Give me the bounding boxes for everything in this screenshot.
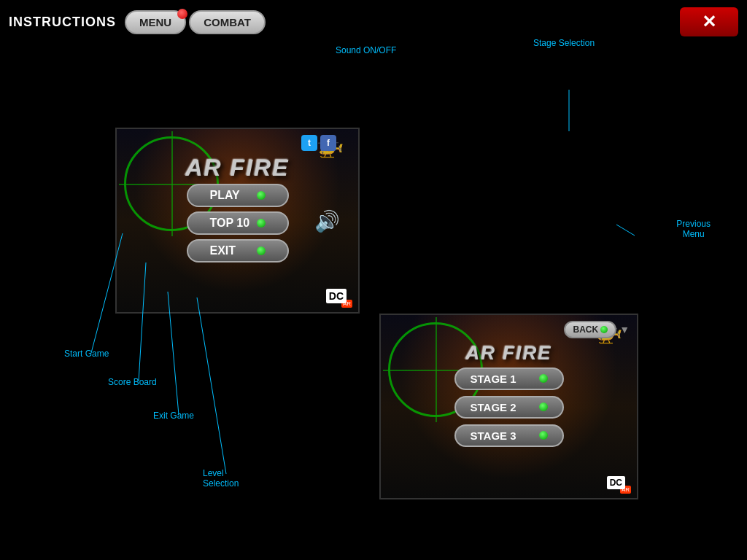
- sound-icon[interactable]: 🔊: [314, 209, 340, 233]
- twitter-icon[interactable]: t: [301, 135, 317, 151]
- level-selection-annotation: LevelSelection: [203, 468, 239, 489]
- ar-fire-title-2: AR FIRE: [466, 342, 552, 365]
- exit-button[interactable]: EXIT: [187, 239, 289, 262]
- top10-button[interactable]: TOP 10: [187, 211, 289, 235]
- score-board-annotation: Score Board: [108, 377, 157, 387]
- stage3-button[interactable]: STAGE 3: [454, 424, 564, 447]
- facebook-icon[interactable]: f: [320, 135, 336, 151]
- sound-onoff-label: Sound ON/OFF: [336, 45, 396, 55]
- stage1-dot: [539, 374, 548, 383]
- previous-menu-annotation: PreviousMenu: [676, 219, 711, 239]
- stage-selection-screen: 🚁 AR FIRE BACK ▼ STAGE 1 STAGE 2 STAGE 3…: [379, 314, 638, 499]
- start-game-annotation: Start Game: [64, 349, 109, 359]
- play-dot: [257, 191, 266, 200]
- back-button-stage[interactable]: BACK: [564, 321, 616, 338]
- dc-logo-2: DC: [607, 476, 625, 489]
- exit-dot: [257, 246, 266, 255]
- stage3-dot: [539, 431, 548, 440]
- stage2-dot: [539, 402, 548, 411]
- instructions-label: INSTRUCTIONS: [9, 15, 116, 30]
- menu-dot: [177, 9, 187, 19]
- stage-selection-label: Stage Selection: [533, 38, 595, 48]
- stage1-button[interactable]: STAGE 1: [454, 368, 564, 390]
- stage2-button[interactable]: STAGE 2: [454, 396, 564, 419]
- main-menu-screen: t f 🚁 AR FIRE 🔊 PLAY TOP 10 EXIT DC AR: [115, 128, 360, 314]
- menu-button[interactable]: MENU: [125, 10, 186, 34]
- svg-line-5: [616, 225, 635, 236]
- dropdown-arrow[interactable]: ▼: [619, 324, 630, 335]
- social-icons: t f: [301, 135, 336, 151]
- close-button[interactable]: ✕: [680, 7, 738, 36]
- top10-dot: [257, 219, 266, 228]
- ar-fire-title: AR FIRE: [186, 155, 290, 182]
- svg-line-3: [197, 298, 226, 474]
- dc-logo: DC: [326, 289, 347, 303]
- exit-game-annotation: Exit Game: [153, 411, 194, 421]
- combat-button[interactable]: COMBAT: [189, 10, 266, 34]
- back-dot: [600, 326, 608, 333]
- play-button[interactable]: PLAY: [187, 184, 289, 207]
